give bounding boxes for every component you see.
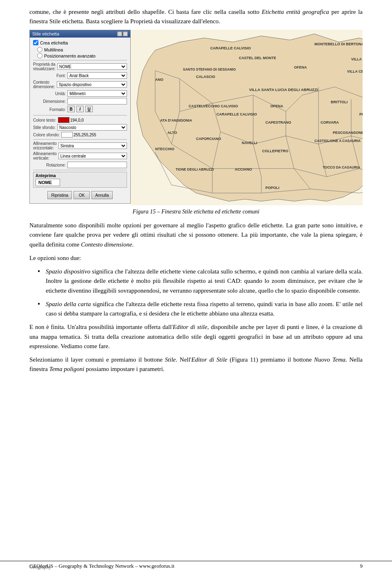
bold-button[interactable]: B <box>67 106 75 112</box>
proprieta-select[interactable]: NOME <box>57 63 127 70</box>
map-label-collepietro: COLLEPIETRO <box>262 149 288 153</box>
editor-di-stile-italic2: Editor di Stile <box>192 356 227 363</box>
multilinea-label: Multilinea <box>44 47 63 52</box>
unita-label: Unità: <box>33 91 66 96</box>
formato-row: Formato: B I U <box>33 106 127 113</box>
rotazione-input[interactable]: 0 <box>67 162 127 168</box>
map-label-pescosansonesco: PESCOSANSONESCO <box>333 131 363 135</box>
contesto-select[interactable]: Spazio dispositivo <box>57 81 127 88</box>
font-select[interactable]: Arial Black <box>67 72 127 79</box>
underline-button[interactable]: U <box>85 106 93 112</box>
map-label-carapelle2: CARAPELLE CALVISIO <box>216 112 257 116</box>
bullet-item-2: • Spazio della carta significa che l'alt… <box>29 300 363 319</box>
posizionamento-radio[interactable] <box>37 53 42 58</box>
map-label-calascio: CALASCIO <box>196 75 215 79</box>
allin-vert-select[interactable]: Linea centrale <box>58 153 127 159</box>
allin-oriz-select[interactable]: Sinistra <box>58 142 127 149</box>
posizionamento-row: Posizionamento avanzato <box>33 53 127 58</box>
anteprima-section: Anteprima NOME <box>33 172 127 188</box>
map-label-acciano: ACCIANO <box>235 167 252 171</box>
bullet-dot-2: • <box>38 300 44 309</box>
intro-text-1: comune, che è presente negli attributi d… <box>29 9 262 15</box>
posizionamento-label: Posizionamento avanzato <box>44 53 96 58</box>
panel-body: Crea etichetta Multilinea Posizionamento… <box>30 38 130 203</box>
map-label-carapelle1: CARAPELLE CALVISIO <box>210 46 251 50</box>
map-label-tocco: TOCCO DA CASAURIA <box>323 165 360 169</box>
multilinea-radio[interactable] <box>37 47 42 52</box>
colore-testo-swatch[interactable] <box>58 117 69 123</box>
map-label-ano: ANO <box>155 78 163 82</box>
map-label-capestrano: CAPESTRANO <box>265 120 291 124</box>
bullet2-rest: significa che l'altezza delle etichette … <box>46 301 363 317</box>
dimensione-label: Dimensione: <box>33 99 66 104</box>
bullet-section: • Spazio dispositivo significa che l'alt… <box>29 267 363 318</box>
rotazione-row: Rotazione: 0 <box>33 162 127 168</box>
stile-etichetta-panel: Stile etichetta ? ✕ Crea etichetta Multi… <box>29 30 131 204</box>
unita-select[interactable]: Millimetri <box>67 90 127 97</box>
map-label-ata: ATA D'ANSIDONIA <box>160 118 192 122</box>
spazio-carta-term: Spazio della carta <box>46 301 91 307</box>
bullet1-rest: significa che l'altezza delle etichette … <box>46 268 363 294</box>
ripristina-button[interactable]: Ripristina <box>47 191 72 199</box>
proprieta-label: Proprietà davisualizzare: <box>33 62 56 71</box>
map-label-caporciano: CAPORCIANO <box>196 137 221 141</box>
figure-caption: Figura 15 – Finestra Stile etichetta ed … <box>29 209 363 215</box>
editor-di-stile-italic: Editor di stile <box>173 324 207 330</box>
anteprima-nome: NOME <box>36 179 60 186</box>
colore-testo-row: Colore testo: 194,0,0 <box>33 117 127 123</box>
map-label-corvara: CORVARA <box>321 120 339 124</box>
map-label-castel: CASTEL DEL MONTE <box>239 56 276 60</box>
crea-etichetta-label: Crea etichetta <box>40 40 68 45</box>
map-label-alto: ALTO <box>167 131 177 135</box>
map-label-castelvecchio: CASTELVECCHIO CALVISIO <box>189 104 238 108</box>
intro-italic: Etichetta entità geografica <box>262 9 329 15</box>
rotazione-label: Rotazione: <box>33 163 66 167</box>
bullet-text-2: Spazio della carta significa che l'altez… <box>46 300 363 319</box>
para3-dot: . Nell' <box>176 356 192 363</box>
colore-testo-input: 194,0,0 <box>58 117 84 123</box>
panel-bottom-buttons: Ripristina OK Annulla <box>33 189 127 201</box>
help-button[interactable]: ? <box>117 31 122 36</box>
colore-testo-value: 194,0,0 <box>70 118 84 122</box>
bullet-dot-1: • <box>38 267 44 276</box>
dimensione-input[interactable]: 4 <box>67 98 127 104</box>
close-button[interactable]: ✕ <box>123 31 128 36</box>
separator-3 <box>33 139 127 140</box>
crea-etichetta-checkbox[interactable] <box>33 40 38 45</box>
stile-italic: Stile <box>165 356 176 363</box>
map-label-villa-celiera2: VILLA CELIERA <box>347 69 363 73</box>
annulla-button[interactable]: Annulla <box>91 191 112 199</box>
para3-mid: (Figura 11) premiamo il bottone <box>227 356 314 363</box>
para2-start: E non è finita. Un'altra possibilità imp… <box>29 324 173 330</box>
formato-label: Formato: <box>33 107 66 112</box>
colore-testo-label: Colore testo: <box>33 118 56 122</box>
dimensione-row: Dimensione: 4 <box>33 98 127 104</box>
crea-etichetta-row: Crea etichetta <box>33 40 127 45</box>
para-naturalmente: Naturalmente sono disponibili molte opzi… <box>29 221 363 249</box>
colore-sfondo-swatch[interactable] <box>61 132 73 138</box>
bullet-text-1: Spazio dispositivo significa che l'altez… <box>46 267 363 295</box>
font-row: Font: Arial Black <box>33 72 127 79</box>
para3-start: Selezioniamo il layer comuni e premiamo … <box>29 356 165 363</box>
ok-button[interactable]: OK <box>74 191 90 199</box>
map-label-pietranico: PIETRANICO <box>359 112 363 116</box>
colore-sfondo-row: Colore sfondo: 255,255,255 <box>33 132 127 138</box>
separator-2 <box>33 115 127 116</box>
allin-oriz-row: Allineamentoorizzontale: Sinistra <box>33 141 127 150</box>
page-footer: GEOforUS – Geography & Technology Networ… <box>0 561 392 571</box>
stile-sfondo-select[interactable]: Nascosto <box>57 124 127 131</box>
footer-geography: Geography <box>29 564 51 570</box>
map-label-montebello: MONTEBELLO DI BERTONA <box>314 42 363 46</box>
tema-poligoni-italic: Tema poligoni <box>49 366 85 372</box>
italic-button[interactable]: I <box>76 106 84 112</box>
nuovo-tema-italic: Nuovo Tema <box>314 356 345 363</box>
stile-sfondo-label: Stile sfondo: <box>33 125 56 130</box>
separator-4 <box>33 170 127 170</box>
colore-sfondo-value: 255,255,255 <box>74 133 96 137</box>
map-label-castiglione: CASTIGLIONE A CASAURIA <box>314 139 361 143</box>
map-svg: CARAPELLE CALVISIO MONTEBELLO DI BERTONA… <box>131 30 363 205</box>
spazio-dispositivo-term: Spazio dispositivo <box>46 268 90 275</box>
page-number: 9 <box>360 563 363 569</box>
titlebar-buttons: ? ✕ <box>117 31 128 36</box>
multilinea-row: Multilinea <box>33 47 127 52</box>
